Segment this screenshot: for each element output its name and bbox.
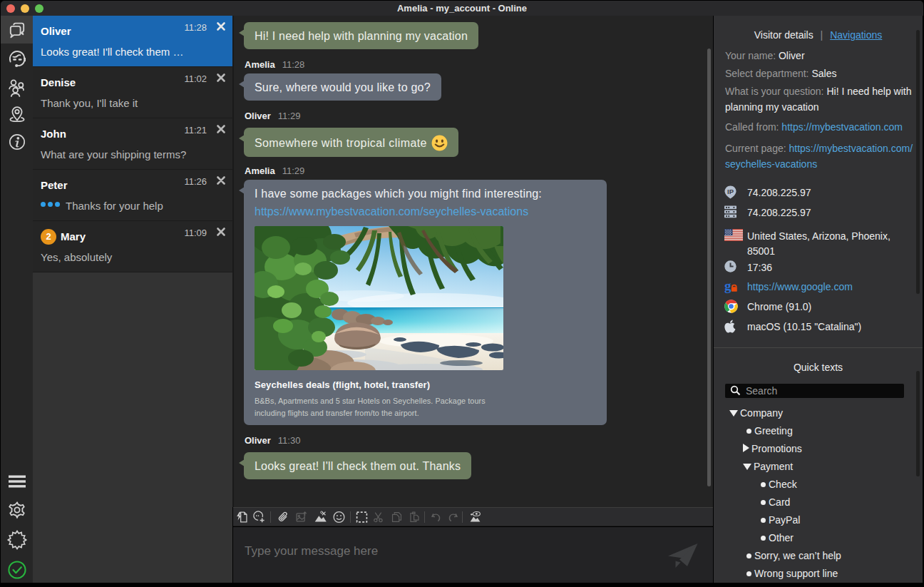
- svg-text:g: g: [724, 280, 732, 293]
- svg-text:IP: IP: [727, 188, 734, 195]
